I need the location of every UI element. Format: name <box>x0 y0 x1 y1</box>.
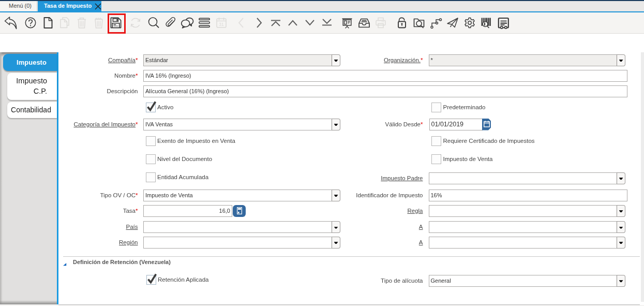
svg-text:31: 31 <box>219 22 224 27</box>
